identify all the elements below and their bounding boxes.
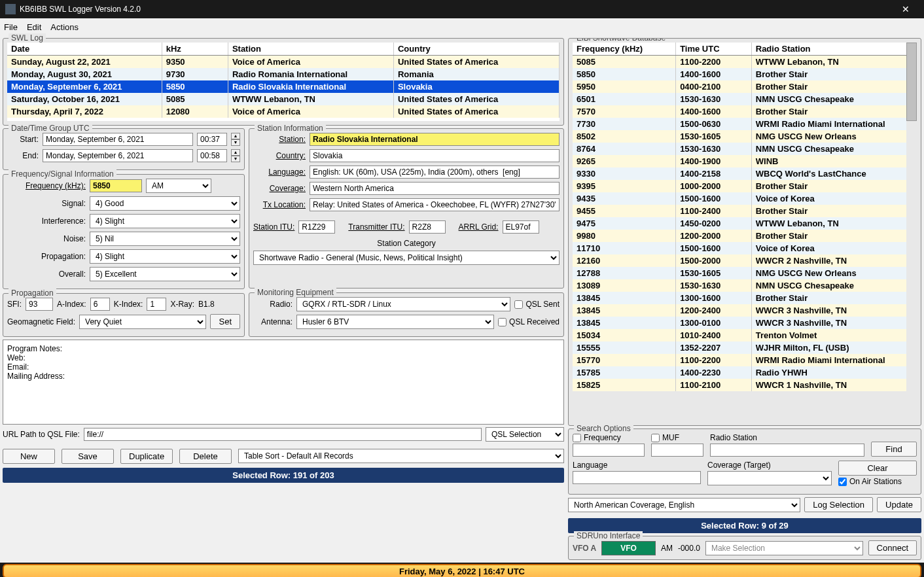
menu-actions[interactable]: Actions [50, 22, 79, 32]
propagation-select[interactable]: 4) Slight [90, 249, 240, 264]
col-radio[interactable]: Radio Station [751, 43, 916, 56]
duplicate-button[interactable]: Duplicate [120, 449, 173, 464]
table-row[interactable]: Sunday, August 22, 20219350Voice of Amer… [7, 56, 560, 69]
table-row[interactable]: 155551352-2207WJHR Milton, FL (USB) [573, 341, 917, 354]
table-row[interactable]: 158251100-2100WWCR 1 Nashville, TN [573, 379, 917, 391]
url-path-input[interactable] [84, 428, 482, 441]
coverage-input[interactable] [310, 182, 560, 195]
clear-button[interactable]: Clear [838, 461, 917, 476]
kindex-input[interactable] [147, 298, 166, 311]
signal-select[interactable]: 4) Good [90, 196, 240, 211]
coverage-preset-select[interactable]: North American Coverage, English [568, 498, 800, 512]
table-row[interactable]: 127881530-1605NMG USCG New Orleans [573, 267, 917, 279]
language-input[interactable] [310, 166, 560, 179]
noise-select[interactable]: 5) Nil [90, 232, 240, 246]
table-row[interactable]: 121601500-2000WWCR 2 Nashville, TN [573, 254, 917, 267]
table-row[interactable]: 157701100-2200WRMI Radio Miami Internati… [573, 354, 917, 366]
table-row[interactable]: 75701400-1600Brother Stair [573, 105, 917, 118]
end-date-input[interactable] [43, 149, 193, 162]
table-row[interactable]: 94351500-1600Voice of Korea [573, 192, 917, 205]
search-language-input[interactable] [573, 471, 701, 484]
station-itu-input[interactable] [298, 220, 335, 234]
onair-check[interactable] [838, 478, 847, 486]
save-button[interactable]: Save [62, 449, 114, 464]
qsl-recv-check[interactable] [498, 318, 506, 326]
table-row[interactable]: Monday, August 30, 20219730Radio Romania… [7, 68, 560, 80]
make-selection-select[interactable]: Make Selection [705, 541, 863, 555]
table-row[interactable]: 93951000-2000Brother Stair [573, 180, 917, 192]
search-freq-check[interactable] [573, 434, 581, 442]
search-muf-input[interactable] [651, 444, 703, 457]
table-row[interactable]: 50851100-2200WTWW Lebanon, TN [573, 56, 917, 69]
table-row[interactable]: 94551100-2400Brother Stair [573, 205, 917, 217]
new-button[interactable]: New [3, 449, 55, 464]
tx-itu-input[interactable] [409, 220, 446, 234]
table-row[interactable]: Monday, September 6, 20215850Radio Slova… [7, 80, 560, 93]
set-button[interactable]: Set [210, 314, 240, 329]
mode-select[interactable]: AM [146, 179, 211, 193]
menu-edit[interactable]: Edit [27, 22, 41, 32]
col-country[interactable]: Country [393, 43, 559, 56]
country-input[interactable] [310, 149, 560, 162]
table-row[interactable]: 150341010-2400Trenton Volmet [573, 329, 917, 341]
aindex-input[interactable] [90, 298, 110, 311]
search-coverage-select[interactable] [707, 471, 832, 485]
frequency-input[interactable] [90, 179, 142, 192]
table-row[interactable]: 138451300-0100WWCR 3 Nashville, TN [573, 317, 917, 329]
col-date[interactable]: Date [7, 43, 162, 56]
close-icon[interactable]: ✕ [893, 0, 919, 18]
end-time-spinner[interactable]: ▲▼ [231, 149, 240, 162]
arrl-grid-input[interactable] [503, 220, 539, 234]
end-time-input[interactable] [197, 149, 227, 162]
table-row[interactable]: 59500400-2100Brother Stair [573, 80, 917, 93]
radio-select[interactable]: GQRX / RTL-SDR / Linux [296, 297, 510, 311]
menu-file[interactable]: File [4, 22, 18, 32]
start-time-input[interactable] [197, 133, 227, 146]
search-station-input[interactable] [710, 444, 864, 457]
overall-select[interactable]: 5) Excellent [90, 267, 240, 281]
table-row[interactable]: 130891530-1630NMN USCG Chesapeake [573, 279, 917, 292]
sfi-input[interactable] [26, 298, 53, 311]
table-row[interactable]: 138451200-2400WWCR 3 Nashville, TN [573, 304, 917, 317]
search-freq-input[interactable] [573, 444, 645, 457]
table-row[interactable]: 58501400-1600Brother Stair [573, 68, 917, 80]
update-button[interactable]: Update [877, 497, 921, 512]
txloc-input[interactable] [310, 198, 560, 211]
scrollbar[interactable] [906, 43, 917, 421]
find-button[interactable]: Find [871, 442, 917, 457]
table-row[interactable]: 157851400-2230Radio YHWH [573, 366, 917, 379]
col-station[interactable]: Station [228, 43, 393, 56]
log-selection-button[interactable]: Log Selection [804, 497, 873, 512]
search-muf-check[interactable] [651, 434, 660, 442]
table-row[interactable]: 93301400-2158WBCQ World's LastChance [573, 167, 917, 180]
antenna-select[interactable]: Husler 6 BTV [296, 315, 494, 329]
notes-area[interactable]: Program Notes: Web: Email: Mailing Addre… [3, 340, 564, 425]
table-row[interactable]: 65011530-1630NMN USCG Chesapeake [573, 93, 917, 105]
delete-button[interactable]: Delete [179, 449, 232, 464]
col-freq[interactable]: Frequency (kHz) [573, 43, 676, 56]
qsl-sent-check[interactable] [514, 300, 523, 309]
col-time[interactable]: Time UTC [676, 43, 752, 56]
table-row[interactable]: 99801200-2000Brother Stair [573, 230, 917, 242]
table-row[interactable]: 77301500-0630WRMI Radio Miami Internatio… [573, 118, 917, 130]
qsl-selection-select[interactable]: QSL Selection [486, 427, 564, 442]
station-input[interactable] [310, 133, 560, 146]
vfo-button[interactable]: VFO [601, 541, 656, 555]
connect-button[interactable]: Connect [868, 540, 917, 555]
start-time-spinner[interactable]: ▲▼ [231, 133, 240, 146]
table-sort-select[interactable]: Table Sort - Default All Records [238, 449, 564, 463]
interference-select[interactable]: 4) Slight [90, 214, 240, 228]
table-row[interactable]: 87641530-1630NMN USCG Chesapeake [573, 143, 917, 155]
table-row[interactable]: Saturday, October 16, 20215085WTWW Leban… [7, 93, 560, 105]
geo-select[interactable]: Very Quiet [79, 315, 206, 329]
swl-log-table[interactable]: Date kHz Station Country Sunday, August … [7, 43, 560, 118]
table-row[interactable]: Thursday, April 7, 202212080Voice of Ame… [7, 105, 560, 118]
table-row[interactable]: 92651400-1900WINB [573, 155, 917, 167]
eibi-table[interactable]: Frequency (kHz) Time UTC Radio Station 5… [573, 43, 917, 391]
table-row[interactable]: 85021530-1605NMG USCG New Orleans [573, 130, 917, 143]
col-khz[interactable]: kHz [162, 43, 228, 56]
table-row[interactable]: 138451300-1600Brother Stair [573, 292, 917, 304]
start-date-input[interactable] [43, 133, 193, 146]
table-row[interactable]: 117101500-1600Voice of Korea [573, 242, 917, 254]
category-select[interactable]: Shortwave Radio - General (Music, News, … [253, 251, 560, 265]
